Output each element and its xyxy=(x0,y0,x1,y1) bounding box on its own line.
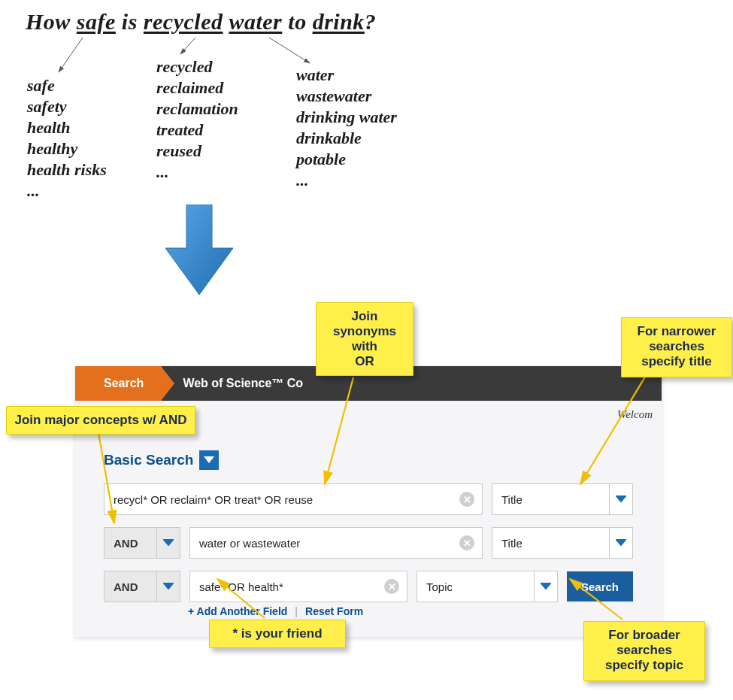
query-input-3[interactable]: safe* OR health* ✕ xyxy=(189,571,407,602)
chevron-down-icon xyxy=(609,528,632,558)
chevron-down-icon xyxy=(156,528,180,558)
clear-icon[interactable]: ✕ xyxy=(384,579,399,594)
svg-marker-0 xyxy=(165,205,233,295)
tab-search[interactable]: Search xyxy=(75,366,162,401)
field-label-3: Topic xyxy=(417,580,534,593)
reset-form-link[interactable]: Reset Form xyxy=(305,605,363,617)
operator-select-2[interactable]: AND xyxy=(104,527,180,559)
q-underline-water: water xyxy=(229,9,282,34)
operator-select-3[interactable]: AND xyxy=(104,571,180,602)
add-another-field-link[interactable]: + Add Another Field xyxy=(188,605,287,617)
field-label-2: Title xyxy=(492,537,609,550)
synonyms-col-safe: safe safety health healthy health risks … xyxy=(27,75,107,202)
note-specify-topic: For broader searches specify topic xyxy=(583,621,705,681)
q-underline-drink: drink xyxy=(313,9,365,34)
query-text-1: recycl* OR reclaim* OR treat* OR reuse xyxy=(114,493,313,506)
q-text: is xyxy=(116,9,144,34)
research-question: How safe is recycled water to drink? xyxy=(26,9,376,35)
basic-search-label: Basic Search xyxy=(104,452,193,468)
welcome-text: Welcom xyxy=(617,408,653,421)
note-join-concepts: Join major concepts w/ AND xyxy=(6,406,195,435)
chevron-down-icon xyxy=(204,456,214,464)
query-text-3: safe* OR health* xyxy=(199,580,283,593)
tab-database[interactable]: Web of Science™ Co xyxy=(162,366,303,401)
chevron-down-icon xyxy=(534,571,557,602)
form-links: + Add Another Field | Reset Form xyxy=(104,605,633,617)
note-wildcard: * is your friend xyxy=(209,620,346,648)
clear-icon[interactable]: ✕ xyxy=(459,492,474,507)
query-input-1[interactable]: recycl* OR reclaim* OR treat* OR reuse ✕ xyxy=(104,483,483,515)
q-text: ? xyxy=(365,9,377,34)
operator-label-2: AND xyxy=(104,537,156,550)
tab-search-label: Search xyxy=(104,377,144,390)
field-select-3[interactable]: Topic xyxy=(416,571,558,602)
basic-search-heading: Basic Search xyxy=(104,450,633,470)
synonyms-col-water: water wastewater drinking water drinkabl… xyxy=(296,65,397,191)
chevron-down-icon xyxy=(609,484,632,514)
search-row-2: AND water or wastewater ✕ Title xyxy=(104,527,633,559)
tab-database-label: Web of Science™ Co xyxy=(183,377,303,390)
search-row-3: AND safe* OR health* ✕ Topic Search xyxy=(104,571,633,602)
svg-line-1 xyxy=(59,38,83,72)
query-text-2: water or wastewater xyxy=(199,537,300,550)
chevron-down-icon xyxy=(156,571,180,602)
search-row-1: recycl* OR reclaim* OR treat* OR reuse ✕… xyxy=(104,483,633,515)
field-select-2[interactable]: Title xyxy=(492,527,633,559)
svg-line-2 xyxy=(180,38,195,54)
link-separator: | xyxy=(290,605,302,617)
note-specify-title: For narrower searches specify title xyxy=(621,317,732,377)
operator-label-3: AND xyxy=(104,580,156,593)
note-join-synonyms: Join synonyms with OR xyxy=(316,302,413,376)
q-text: to xyxy=(282,9,312,34)
q-underline-safe: safe xyxy=(77,9,116,34)
search-button[interactable]: Search xyxy=(567,571,633,602)
down-arrow-icon xyxy=(165,205,233,295)
field-select-1[interactable]: Title xyxy=(492,483,633,515)
q-underline-recycled: recycled xyxy=(144,9,223,34)
query-input-2[interactable]: water or wastewater ✕ xyxy=(189,527,483,559)
basic-search-dropdown[interactable] xyxy=(199,450,219,470)
q-text: How xyxy=(26,9,77,34)
clear-icon[interactable]: ✕ xyxy=(459,535,474,550)
field-label-1: Title xyxy=(492,493,609,506)
synonyms-col-recycled: recycled reclaimed reclamation treated r… xyxy=(156,56,284,183)
search-button-label: Search xyxy=(581,580,619,593)
